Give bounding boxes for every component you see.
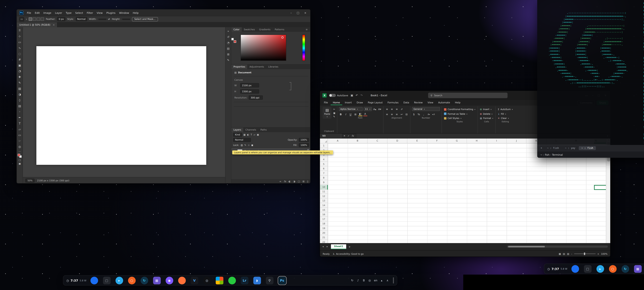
terminal-tab[interactable]: ~ : yay xyxy=(562,146,578,150)
clock-widget[interactable]: ◷ 7:37 xyxy=(547,267,559,270)
style-select[interactable]: Normal xyxy=(76,17,87,21)
cut-icon[interactable]: ✂ xyxy=(333,108,336,111)
power-meter[interactable]: 5.8 W xyxy=(80,279,86,282)
menu-item[interactable]: View xyxy=(95,11,104,15)
taskbar-app-icon[interactable]: ↻ xyxy=(140,276,148,284)
foreground-background-swatches[interactable] xyxy=(18,154,22,158)
tool-preset-chevron-icon[interactable]: ▾ xyxy=(26,18,27,20)
row-header[interactable]: 19 xyxy=(320,226,328,231)
close-icon[interactable]: × xyxy=(304,11,306,14)
column-header[interactable]: J xyxy=(506,139,526,143)
tray-icon[interactable]: ♪ xyxy=(356,279,360,282)
comments-icon[interactable]: ◔ xyxy=(227,41,230,44)
increase-font-icon[interactable]: A▴ xyxy=(373,107,377,111)
column-header[interactable]: I xyxy=(487,139,506,143)
tray-icon[interactable]: ◎ xyxy=(368,279,371,282)
panel-tab[interactable]: Properties xyxy=(231,65,247,69)
feather-input[interactable]: 0 px xyxy=(57,17,65,21)
taskbar-app-icon[interactable]: ▸ xyxy=(116,276,123,284)
tool-icon[interactable]: ◑ xyxy=(17,91,22,97)
column-header[interactable]: C xyxy=(368,139,388,143)
ribbon-tab[interactable]: Review xyxy=(412,100,425,105)
tool-icon[interactable]: ▤ xyxy=(17,103,22,109)
row-header[interactable]: 11 xyxy=(320,189,328,194)
menu-item[interactable]: File xyxy=(25,11,33,15)
cells-button[interactable]: ▤ Format ▾ xyxy=(479,117,494,120)
font-color-icon[interactable]: A xyxy=(363,112,367,116)
taskbar-app-icon[interactable] xyxy=(571,265,579,272)
subtract-selection-icon[interactable] xyxy=(37,18,40,21)
font-name-select[interactable]: Aptos Narrow▾ xyxy=(339,107,362,111)
adjustments-dock-icon[interactable]: ⊞ xyxy=(227,53,230,56)
ribbon-tab[interactable]: Help xyxy=(453,100,462,105)
maximize-icon[interactable]: □ xyxy=(297,11,299,14)
format-painter-icon[interactable]: ✎ xyxy=(333,115,336,118)
tool-icon[interactable]: ⠿ xyxy=(17,28,22,33)
undo-icon[interactable]: ↶ xyxy=(356,94,358,97)
align-bottom-icon[interactable]: ≡ xyxy=(395,107,399,111)
resolution-field[interactable]: 300 ppi xyxy=(249,95,263,100)
taskbar-app-icon[interactable]: ↻ xyxy=(622,265,629,272)
fill-color-icon[interactable]: ◧ xyxy=(358,112,362,116)
layer-mask-icon[interactable]: ◐ xyxy=(288,180,291,183)
bold-icon[interactable]: B xyxy=(339,112,343,116)
canvas[interactable] xyxy=(36,46,206,165)
font-size-select[interactable]: 11▾ xyxy=(364,107,372,111)
row-header[interactable]: 7 xyxy=(320,171,328,176)
align-middle-icon[interactable]: ≡ xyxy=(390,107,394,111)
row-header[interactable]: 13 xyxy=(320,198,328,203)
increase-decimal-icon[interactable]: .0▸ xyxy=(426,112,430,116)
select-all-corner[interactable] xyxy=(320,139,328,143)
decrease-font-icon[interactable]: A▾ xyxy=(378,107,382,111)
row-header[interactable]: 6 xyxy=(320,166,328,171)
new-selection-icon[interactable] xyxy=(29,18,32,21)
editing-button[interactable]: ↓ Fill ▾ xyxy=(497,112,514,115)
taskbar-app-icon[interactable]: Ps xyxy=(278,276,286,284)
search-box[interactable]: ⚲ Search xyxy=(428,93,508,98)
tool-icon[interactable]: ◊ xyxy=(17,97,22,103)
minimize-icon[interactable]: – xyxy=(290,11,292,14)
ribbon-tab[interactable]: Draw xyxy=(354,100,365,105)
column-header[interactable]: A xyxy=(328,139,348,143)
lock-pixels-icon[interactable]: ✎ xyxy=(244,144,246,146)
panel-tab[interactable]: Color xyxy=(231,27,242,32)
history-icon[interactable]: ↺ xyxy=(227,36,230,39)
close-document-icon[interactable]: × xyxy=(53,23,55,26)
tool-icon[interactable]: ◔ xyxy=(17,68,22,74)
link-layers-icon[interactable]: ∞ xyxy=(279,180,282,183)
zoom-slider[interactable] xyxy=(574,253,596,254)
column-header[interactable]: E xyxy=(407,139,427,143)
filter-pixel-icon[interactable]: ▦ xyxy=(244,133,246,136)
tool-icon[interactable]: ▭ xyxy=(17,132,22,138)
wrap-text-icon[interactable]: ↩ xyxy=(400,112,404,116)
ribbon-tab[interactable]: Automate xyxy=(436,100,452,105)
taskbar-app-icon[interactable]: ▸ xyxy=(596,265,604,272)
autosave-toggle[interactable] xyxy=(329,94,336,97)
row-header[interactable]: 9 xyxy=(320,180,328,185)
hue-slider[interactable] xyxy=(302,35,305,61)
underline-icon[interactable]: U xyxy=(348,112,352,116)
taskbar-app-icon[interactable] xyxy=(90,276,98,284)
column-header[interactable]: D xyxy=(388,139,407,143)
intersect-selection-icon[interactable] xyxy=(41,18,44,21)
terminal-titlebar[interactable]: ~ : fish - Terminal ∨ × xyxy=(537,151,644,158)
show-desktop-edge[interactable] xyxy=(393,277,394,283)
column-header[interactable]: F xyxy=(427,139,447,143)
new-tab-button[interactable]: + xyxy=(539,146,544,150)
height-input[interactable] xyxy=(122,19,130,20)
autosave-control[interactable]: AutoSave xyxy=(329,94,348,97)
row-header[interactable]: 16 xyxy=(320,212,328,217)
add-selection-icon[interactable] xyxy=(33,18,36,21)
lock-position-icon[interactable]: ⊹ xyxy=(248,144,250,146)
cells-button[interactable]: ⊠ Delete ▾ xyxy=(479,112,494,115)
column-header[interactable]: B xyxy=(348,139,368,143)
info-panel-icon[interactable]: ▤ xyxy=(227,47,230,50)
filter-smart-object-icon[interactable]: ▣ xyxy=(257,133,259,136)
row-header[interactable]: 1 xyxy=(320,143,328,148)
taskbar-app-icon[interactable] xyxy=(216,276,223,284)
taskbar-app-icon[interactable] xyxy=(178,276,186,284)
width-input[interactable] xyxy=(98,19,106,20)
tool-icon[interactable]: ◌ xyxy=(17,51,22,57)
lock-all-icon[interactable]: ◼ xyxy=(251,144,253,146)
menu-item[interactable]: Type xyxy=(64,11,73,15)
